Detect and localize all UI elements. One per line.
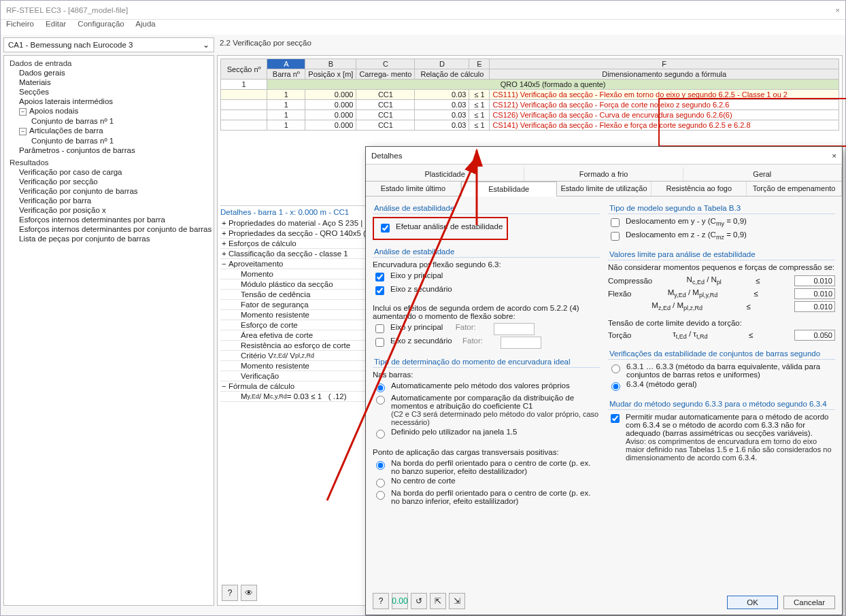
tab-fogo[interactable]: Resistência ao fogo (652, 182, 747, 196)
chk-axis-y2[interactable]: Eixo y principal Fator: (373, 323, 600, 335)
tabs-row2: Estado limite último Estabilidade Estado… (366, 182, 842, 196)
menu-file[interactable]: Ficheiro (6, 20, 34, 28)
tree-item[interactable]: Esforços internos determinantes por barr… (7, 215, 211, 224)
tab-torcao[interactable]: Torção de empenamento (747, 182, 842, 196)
col-a[interactable]: A (267, 59, 305, 69)
close-icon[interactable]: × (835, 1, 840, 19)
dialog-iconbar: ? 0.00 ↺ ⇱ ⇲ (373, 593, 465, 609)
tree-item[interactable]: Apoios laterais intermédios (7, 97, 211, 106)
main-window: RF-STEEL EC3 - [4867_model-file] × Fiche… (0, 0, 846, 616)
rad-user[interactable]: Definido pelo utilizador na janela 1.5 (373, 428, 600, 439)
col-sec: Secção nº (221, 59, 267, 80)
ok-button[interactable]: OK (727, 596, 778, 609)
reset-icon[interactable]: ↺ (411, 593, 427, 609)
tree-item-nodal[interactable]: −Apoios nodais (7, 106, 211, 116)
chk-disp-z[interactable]: Deslocamento em z - z (Cmz = 0,9) (608, 230, 835, 243)
spin-flex-z[interactable]: 0.010 (794, 301, 835, 312)
case-dropdown[interactable]: CA1 - Bemessung nach Eurocode 3 ⌄ (3, 37, 214, 52)
tab-sls[interactable]: Estado limite de utilização (557, 182, 652, 196)
tabs-row1: Plasticidade Formado a frio Geral (366, 167, 842, 182)
menu-config[interactable]: Configuração (78, 20, 124, 28)
tab-estabilidade[interactable]: Estabilidade (461, 182, 557, 196)
menu-help[interactable]: Ajuda (135, 20, 155, 28)
collapse-icon[interactable]: − (19, 128, 27, 135)
rad-634[interactable]: 6.3.4 (método geral) (608, 380, 835, 391)
design-grid[interactable]: Secção nº A B C D E F Barra nº Posição x… (220, 58, 839, 131)
col-c[interactable]: C (356, 59, 415, 69)
tree-item[interactable]: Verificação por barra (7, 196, 211, 205)
rad-auto[interactable]: Automaticamente pelo método dos valores … (373, 381, 600, 392)
navigator-tree[interactable]: Dados de entrada Dados gerais Materiais … (3, 55, 214, 606)
spin-flex-y[interactable]: 0.010 (794, 288, 835, 299)
col-d[interactable]: D (415, 59, 469, 69)
close-icon[interactable]: × (832, 147, 836, 164)
tab-geral[interactable]: Geral (683, 167, 842, 181)
rad-compare[interactable]: Automaticamente por comparação da distri… (373, 394, 600, 426)
menubar: Ficheiro Editar Configuração Ajuda (1, 20, 845, 35)
tree-results-root[interactable]: Resultados (7, 158, 211, 167)
rad-631[interactable]: 6.3.1 … 6.3.3 (método da barra equivalen… (608, 362, 835, 379)
col-b[interactable]: B (305, 59, 356, 69)
col-e[interactable]: E (469, 59, 490, 69)
help-icon[interactable]: ? (222, 585, 238, 601)
tree-item[interactable]: Verificação por conjunto de barras (7, 186, 211, 196)
right-title: 2.2 Verificação por secção (217, 35, 845, 55)
rad-borda2[interactable]: Na borda do perfil orientado para o cent… (373, 489, 600, 505)
units-icon[interactable]: 0.00 (392, 593, 408, 609)
tree-item[interactable]: Conjunto de barras nº 1 (7, 116, 211, 126)
titlebar: RF-STEEL EC3 - [4867_model-file] × (1, 1, 845, 20)
table-row[interactable]: 10.000CC10.03≤ 1 CS111) Verificação da s… (221, 90, 839, 100)
chk-axis-y[interactable]: Eixo y principal (373, 271, 600, 284)
help-icon[interactable]: ? (373, 593, 389, 609)
chk-axis-z2[interactable]: Eixo z secundário Fator: (373, 337, 600, 349)
menu-edit[interactable]: Editar (46, 20, 66, 28)
tree-item[interactable]: Verificação por secção (7, 177, 211, 186)
chk-axis-z[interactable]: Eixo z secundário (373, 285, 600, 297)
collapse-icon[interactable]: − (19, 108, 27, 116)
load-icon[interactable]: ⇱ (430, 593, 446, 609)
spin-comp[interactable]: 0.010 (794, 275, 835, 286)
dialog-titlebar: Detalhes × (366, 147, 842, 165)
tree-item-artic[interactable]: −Articulações de barra (7, 126, 211, 136)
tree-item[interactable]: Dados gerais (7, 68, 211, 78)
tab-elu[interactable]: Estado limite último (366, 182, 461, 196)
tab-formado-frio[interactable]: Formado a frio (524, 167, 683, 181)
tree-item[interactable]: Verificação por posição x (7, 205, 211, 215)
tree-item[interactable]: Esforços internos determinantes por conj… (7, 224, 211, 234)
chk-disp-y[interactable]: Deslocamento em y - y (Cmy = 0,9) (608, 217, 835, 229)
section-row: QRO 140x5 (formado a quente) (267, 80, 839, 90)
col-f[interactable]: F (490, 59, 839, 69)
details-dialog: Detalhes × Plasticidade Formado a frio G… (365, 146, 843, 615)
chk-stability[interactable]: Efetuar análise de estabilidade (378, 222, 503, 235)
tree-item[interactable]: Conjunto de barras nº 1 (7, 136, 211, 146)
tab-plasticidade[interactable]: Plasticidade (366, 167, 524, 181)
save-icon[interactable]: ⇲ (449, 593, 465, 609)
preview-icon[interactable]: 👁 (241, 585, 257, 601)
chevron-down-icon: ⌄ (203, 40, 209, 50)
dialog-right-column: Tipo de modelo segundo a Tabela B.3 Desl… (608, 202, 835, 577)
table-row[interactable]: 10.000CC10.03≤ 1 CS126) Verificação da s… (221, 110, 839, 120)
window-title: RF-STEEL EC3 - [4867_model-file] (6, 1, 128, 19)
tree-input-root[interactable]: Dados de entrada (7, 58, 211, 68)
tree-item[interactable]: Lista de peças por conjunto de barras (7, 234, 211, 243)
tree-item[interactable]: Parâmetros - conjuntos de barras (7, 146, 211, 155)
rad-centro[interactable]: No centro de corte (373, 477, 600, 487)
table-row[interactable]: 10.000CC10.03≤ 1 CS141) Verificação da s… (221, 120, 839, 131)
table-row[interactable]: 10.000CC10.03≤ 1 CS121) Verificação da s… (221, 100, 839, 110)
tree-item[interactable]: Secções (7, 87, 211, 97)
rad-borda1[interactable]: Na borda do perfil orientado para o cent… (373, 459, 600, 475)
dialog-title: Detalhes (371, 147, 402, 164)
cancel-button[interactable]: Cancelar (783, 596, 835, 609)
chk-permit-switch[interactable]: Permitir mudar automaticamente para o mé… (608, 413, 835, 462)
spin-torsion[interactable]: 0.050 (794, 330, 835, 341)
tree-item[interactable]: Verificação por caso de carga (7, 167, 211, 177)
dialog-left-column: Análise de estabilidade Efetuar análise … (373, 202, 600, 577)
tree-item[interactable]: Materiais (7, 78, 211, 87)
